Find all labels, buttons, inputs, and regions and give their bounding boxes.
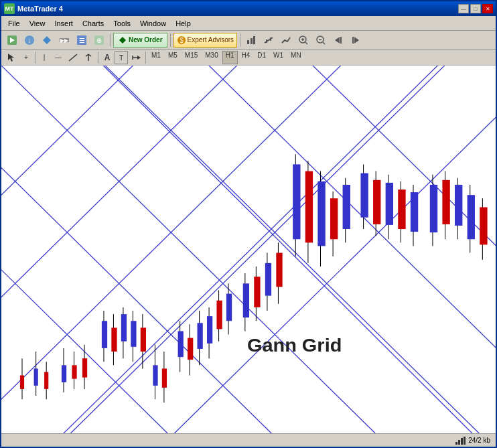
vertical-line-tool[interactable]: | (38, 51, 51, 64)
toolbar-btn-6[interactable]: ⊕ (91, 33, 107, 48)
close-button[interactable]: ✕ (482, 4, 493, 13)
signal-bar-2 (458, 440, 460, 445)
svg-rect-55 (34, 368, 38, 385)
svg-marker-30 (8, 54, 14, 62)
tf-w1[interactable]: W1 (270, 51, 287, 64)
chart-svg: Gann Grid (1, 66, 496, 433)
toolbar-zoom-in[interactable] (295, 33, 311, 48)
tf-m5[interactable]: M5 (165, 51, 181, 64)
toolbar-chart-btn-3[interactable] (278, 33, 294, 48)
svg-rect-27 (340, 37, 342, 44)
minimize-button[interactable]: — (458, 4, 469, 13)
toolbar-scroll-btn-1[interactable] (330, 33, 346, 48)
separator-2 (170, 33, 171, 47)
svg-line-51 (278, 66, 496, 433)
tf-h4[interactable]: H4 (238, 51, 254, 64)
menu-view[interactable]: View (25, 18, 50, 29)
svg-rect-38 (1, 66, 496, 433)
svg-rect-93 (254, 277, 260, 307)
svg-rect-13 (247, 40, 249, 44)
svg-rect-57 (44, 372, 48, 389)
pitchfork-tool[interactable] (81, 51, 96, 64)
svg-rect-53 (20, 376, 24, 389)
toolbar-btn-1[interactable] (4, 33, 20, 48)
svg-rect-103 (317, 181, 325, 246)
toolbar-drawing: + | — A T M1 M5 M15 M30 H1 H4 D1 W1 MN (1, 50, 496, 66)
svg-rect-61 (72, 365, 76, 378)
toolbar-scroll-btn-2[interactable] (348, 33, 364, 48)
menu-help[interactable]: Help (171, 18, 195, 29)
svg-text:▶▶: ▶▶ (60, 38, 69, 44)
trend-line-tool[interactable] (66, 51, 80, 64)
svg-rect-113 (386, 183, 393, 225)
svg-rect-87 (216, 301, 222, 329)
svg-rect-99 (293, 164, 300, 239)
svg-line-43 (1, 66, 472, 433)
maximize-button[interactable]: □ (470, 4, 481, 13)
tf-m1[interactable]: M1 (148, 51, 164, 64)
svg-rect-121 (442, 180, 449, 224)
cursor-tool[interactable] (4, 51, 19, 64)
toolbar-zoom-out[interactable] (313, 33, 329, 48)
svg-line-48 (174, 66, 496, 433)
svg-line-40 (70, 66, 479, 433)
svg-rect-77 (162, 368, 167, 387)
svg-rect-81 (188, 338, 193, 360)
svg-rect-107 (343, 185, 350, 229)
svg-rect-75 (153, 365, 157, 386)
svg-rect-14 (251, 38, 253, 44)
svg-rect-65 (102, 321, 107, 348)
expert-advisors-button[interactable]: $ Expert Advisors (173, 33, 237, 48)
toolbar-main: ↓ ▶▶ ☰ ⊕ New Order $ Expert Advisors (1, 31, 496, 50)
svg-text:⊕: ⊕ (96, 37, 102, 44)
signal-icon (455, 437, 466, 445)
chart-area[interactable]: Gann Grid (1, 66, 496, 433)
text-tool[interactable]: A (100, 51, 114, 64)
arrow-tool[interactable] (129, 51, 143, 64)
main-window: MT MetaTrader 4 — □ ✕ File View Insert C… (0, 0, 497, 448)
svg-line-50 (1, 66, 167, 433)
toolbar-btn-5[interactable]: ☰ (74, 33, 90, 48)
svg-rect-18 (270, 38, 271, 41)
toolbar-chart-btn-2[interactable] (261, 33, 277, 48)
svg-rect-111 (373, 180, 380, 224)
svg-rect-15 (253, 36, 255, 44)
svg-line-45 (1, 66, 375, 433)
toolbar-btn-2[interactable]: ↓ (21, 33, 38, 48)
svg-rect-95 (265, 263, 271, 296)
tf-m30[interactable]: M30 (202, 51, 221, 64)
tf-mn[interactable]: MN (287, 51, 305, 64)
svg-line-42 (174, 66, 496, 433)
tf-m15[interactable]: M15 (182, 51, 201, 64)
horizontal-line-tool[interactable]: — (52, 51, 65, 64)
svg-line-44 (1, 66, 167, 433)
tf-d1[interactable]: D1 (254, 51, 269, 64)
new-order-button[interactable]: New Order (113, 33, 167, 48)
svg-marker-28 (354, 37, 359, 44)
svg-rect-101 (305, 171, 313, 243)
svg-rect-85 (207, 316, 212, 344)
signal-bar-4 (464, 437, 466, 445)
svg-text:Gann Grid: Gann Grid (247, 334, 342, 356)
crosshair-tool[interactable]: + (19, 51, 33, 64)
svg-line-41 (1, 66, 271, 433)
title-bar: MT MetaTrader 4 — □ ✕ (1, 1, 496, 16)
signal-bar-1 (455, 442, 457, 445)
svg-rect-83 (198, 323, 203, 349)
menu-charts[interactable]: Charts (78, 18, 108, 29)
toolbar-btn-3[interactable] (39, 33, 55, 48)
menu-insert[interactable]: Insert (50, 18, 77, 29)
menu-file[interactable]: File (4, 18, 24, 29)
menu-tools[interactable]: Tools (109, 18, 135, 29)
svg-marker-26 (335, 37, 340, 44)
tf-h1[interactable]: H1 (222, 51, 238, 64)
svg-line-16 (265, 38, 273, 43)
title-buttons: — □ ✕ (458, 4, 493, 13)
svg-rect-71 (131, 321, 136, 347)
toolbar-btn-4[interactable]: ▶▶ (56, 33, 72, 48)
svg-text:☰: ☰ (79, 37, 85, 44)
toolbar-chart-btn-1[interactable] (243, 33, 259, 48)
text-label-tool[interactable]: T (115, 51, 128, 64)
menu-window[interactable]: Window (136, 18, 170, 29)
separator-3 (240, 33, 240, 47)
